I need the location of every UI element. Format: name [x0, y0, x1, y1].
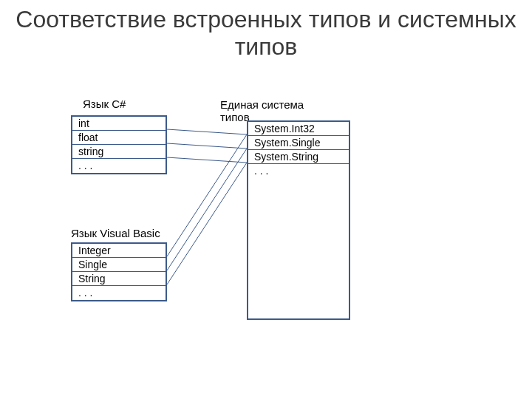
vb-row: Integer	[72, 244, 166, 258]
svg-line-3	[167, 134, 247, 256]
box-cts: System.Int32 System.Single System.String…	[247, 120, 350, 320]
svg-line-1	[167, 143, 247, 149]
cts-row: System.String	[248, 150, 349, 164]
csharp-row: . . .	[72, 159, 166, 173]
slide-title: Соответствие встроенных типов и системны…	[0, 6, 532, 61]
csharp-row: float	[72, 131, 166, 145]
cts-row: . . .	[248, 164, 349, 178]
svg-line-4	[167, 149, 247, 270]
csharp-row: int	[72, 117, 166, 131]
svg-line-2	[167, 157, 247, 163]
label-vb: Язык Visual Basic	[71, 227, 160, 239]
vb-row: String	[72, 272, 166, 286]
label-csharp: Язык C#	[83, 98, 126, 110]
box-vb: Integer Single String . . .	[71, 242, 167, 301]
csharp-row: string	[72, 145, 166, 159]
cts-row: System.Single	[248, 136, 349, 150]
box-csharp: int float string . . .	[71, 115, 167, 174]
vb-row: . . .	[72, 286, 166, 300]
cts-row: System.Int32	[248, 122, 349, 136]
vb-row: Single	[72, 258, 166, 272]
svg-line-0	[167, 129, 247, 134]
svg-line-5	[167, 163, 247, 284]
slide: Соответствие встроенных типов и системны…	[0, 0, 532, 399]
